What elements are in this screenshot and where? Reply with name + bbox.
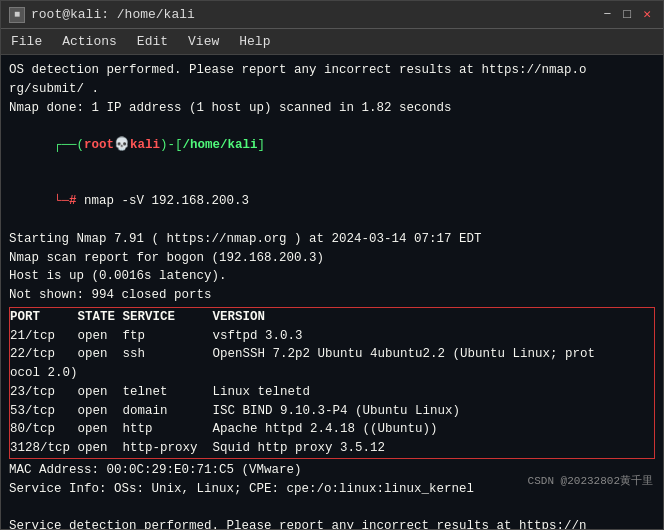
nmap-host-up: Host is up (0.0016s latency). xyxy=(9,267,655,286)
menu-help[interactable]: Help xyxy=(235,32,274,51)
prompt-hash: # xyxy=(69,194,84,208)
menu-file[interactable]: File xyxy=(7,32,46,51)
skull-icon: 💀 xyxy=(114,138,130,152)
table-row-domain: 53/tcp open domain ISC BIND 9.10.3-P4 (U… xyxy=(10,402,654,421)
command-line: └─# nmap -sV 192.168.200.3 xyxy=(9,174,655,230)
window-icon: ■ xyxy=(9,7,25,23)
prompt-bracket2: )-[ xyxy=(160,138,183,152)
table-row-http: 80/tcp open http Apache httpd 2.4.18 ((U… xyxy=(10,420,654,439)
terminal-window: ■ root@kali: /home/kali − □ ✕ File Actio… xyxy=(0,0,664,530)
table-header: PORT STATE SERVICE VERSION xyxy=(10,308,654,327)
table-row-proxy: 3128/tcp open http-proxy Squid http prox… xyxy=(10,439,654,458)
prompt-arrow: └─ xyxy=(54,194,69,208)
nmap-scan-report: Nmap scan report for bogon (192.168.200.… xyxy=(9,249,655,268)
terminal-output[interactable]: OS detection performed. Please report an… xyxy=(1,55,663,529)
nmap-starting: Starting Nmap 7.91 ( https://nmap.org ) … xyxy=(9,230,655,249)
menu-edit[interactable]: Edit xyxy=(133,32,172,51)
service-detection-note: Service detection performed. Please repo… xyxy=(9,517,655,529)
titlebar: ■ root@kali: /home/kali − □ ✕ xyxy=(1,1,663,29)
table-row-ssh-cont: ocol 2.0) xyxy=(10,364,654,383)
window-title: root@kali: /home/kali xyxy=(31,7,195,22)
output-line: OS detection performed. Please report an… xyxy=(9,61,655,80)
prompt-bracket3: ] xyxy=(258,138,266,152)
titlebar-left: ■ root@kali: /home/kali xyxy=(9,7,195,23)
command-text: nmap -sV 192.168.200.3 xyxy=(84,194,249,208)
output-line: Nmap done: 1 IP address (1 host up) scan… xyxy=(9,99,655,118)
output-line: rg/submit/ . xyxy=(9,80,655,99)
window-controls[interactable]: − □ ✕ xyxy=(600,8,655,21)
menu-actions[interactable]: Actions xyxy=(58,32,121,51)
prompt-user: root xyxy=(84,138,114,152)
prompt-bracket: ┌──( xyxy=(54,138,84,152)
menu-view[interactable]: View xyxy=(184,32,223,51)
prompt-hostname: kali xyxy=(130,138,160,152)
minimize-button[interactable]: − xyxy=(600,8,616,21)
table-row-telnet: 23/tcp open telnet Linux telnetd xyxy=(10,383,654,402)
table-row-ssh: 22/tcp open ssh OpenSSH 7.2p2 Ubuntu 4ub… xyxy=(10,345,654,364)
table-row-ftp: 21/tcp open ftp vsftpd 3.0.3 xyxy=(10,327,654,346)
services-table: PORT STATE SERVICE VERSION 21/tcp open f… xyxy=(9,307,655,459)
prompt-line: ┌──(root💀kali)-[/home/kali] xyxy=(9,117,655,173)
close-button[interactable]: ✕ xyxy=(639,8,655,21)
prompt-path: /home/kali xyxy=(183,138,258,152)
menubar: File Actions Edit View Help xyxy=(1,29,663,55)
maximize-button[interactable]: □ xyxy=(619,8,635,21)
nmap-closed-ports: Not shown: 994 closed ports xyxy=(9,286,655,305)
watermark: CSDN @20232802黄千里 xyxy=(528,473,653,490)
